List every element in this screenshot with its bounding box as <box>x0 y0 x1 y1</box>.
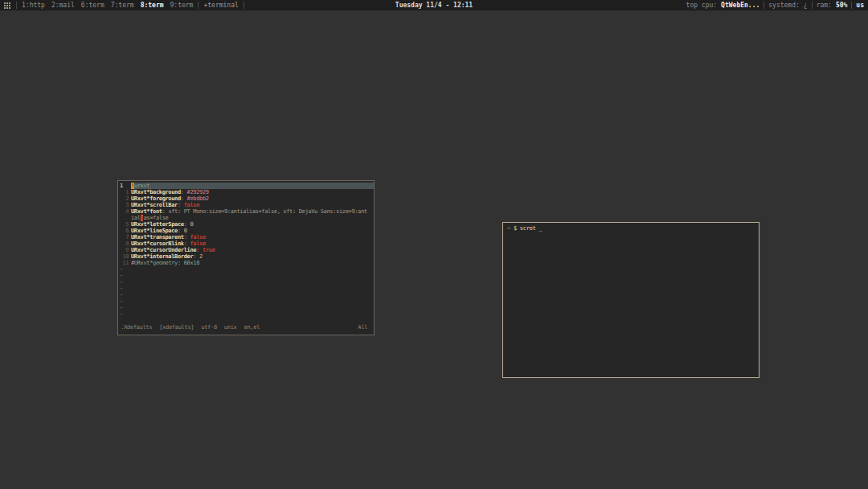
workspace-item-7:term[interactable]: 7:term <box>111 0 134 10</box>
separator <box>198 2 199 9</box>
editor-row: 1!urxvt <box>118 183 374 189</box>
line-number: 1 <box>118 183 131 189</box>
vim-statusline: .Xdefaults [xdefaults] utf-8 unix en,el … <box>121 324 371 331</box>
line-number: 2 <box>118 195 131 202</box>
line-number: 1 <box>118 189 131 195</box>
separator <box>244 2 244 9</box>
editor-row: ~ <box>118 292 374 298</box>
editor-row: 4URxvt*font: xft: PT Mono:size=9:antiali… <box>118 208 374 215</box>
separator <box>851 2 852 9</box>
terminal-cursor: _ <box>538 225 542 232</box>
cpu-value: QtWebEn... <box>721 0 760 10</box>
editor-row: 2URxvt*foreground: #ebdbb2 <box>118 195 374 202</box>
layout-indicator[interactable]: +terminal <box>203 0 238 10</box>
statusline-scroll-position: All <box>358 324 367 331</box>
workspace-item-9:term[interactable]: 9:term <box>170 0 194 10</box>
line-number: 11 <box>118 260 131 266</box>
editor-row: ~ <box>118 266 374 273</box>
line-number: 5 <box>118 221 131 228</box>
statusline-filetype: [xdefaults] <box>159 324 194 331</box>
bar-status-area: top cpu: QtWebEn... systemd: ¿ ram: 50% … <box>686 0 864 10</box>
keyboard-layout-indicator[interactable]: us <box>856 0 864 10</box>
statusline-spell-langs: en,el <box>244 324 260 331</box>
statusline-fileformat: unix <box>224 324 237 331</box>
editor-terminal-window[interactable]: 1!urxvt1URxvt*background: #2929292URxvt*… <box>117 180 375 335</box>
editor-buffer: 1!urxvt1URxvt*background: #2929292URxvt*… <box>118 183 374 318</box>
editor-row: ~ <box>118 286 374 292</box>
line-number: 9 <box>118 247 131 253</box>
line-number: 3 <box>118 202 131 208</box>
shell-terminal-window[interactable]: ~ $ scrot _ <box>502 222 760 378</box>
editor-row: 10URxvt*internalBorder: 2 <box>118 253 374 260</box>
typed-command: scrot <box>520 225 536 232</box>
workspace-list: 1:http2:mail6:term7:term8:term9:term <box>22 0 193 10</box>
workspace-item-1:http[interactable]: 1:http <box>22 0 45 10</box>
systemd-status-icon: ¿ <box>804 0 808 10</box>
editor-row: 3URxvt*scrollBar: false <box>118 202 374 208</box>
prompt-directory: ~ <box>507 225 510 232</box>
editor-row: 5URxvt*letterSpace: 0 <box>118 221 374 228</box>
line-number <box>118 215 131 221</box>
workspace-item-2:mail[interactable]: 2:mail <box>51 0 75 10</box>
editor-row: ~ <box>118 279 374 286</box>
line-number: 7 <box>118 234 131 240</box>
prompt-symbol: $ <box>514 225 517 232</box>
line-number: 8 <box>118 240 131 247</box>
editor-row: 9URxvt*cursorUnderline: true <box>118 247 374 253</box>
statusline-encoding: utf-8 <box>201 324 217 331</box>
editor-row: ~ <box>118 273 374 279</box>
editor-row: ~ <box>118 311 374 318</box>
editor-row: ~ <box>118 305 374 311</box>
ram-label: ram: <box>817 0 832 10</box>
separator <box>16 2 17 9</box>
top-bar: 1:http2:mail6:term7:term8:term9:term +te… <box>0 0 868 10</box>
ram-value: 50% <box>836 0 847 10</box>
editor-row: ialias=false <box>118 215 374 221</box>
editor-row: 11#URxvt*geometry: 60x18 <box>118 260 374 266</box>
apps-grid-icon[interactable] <box>4 2 10 9</box>
vim-editor: 1!urxvt1URxvt*background: #2929292URxvt*… <box>118 181 374 336</box>
shell-prompt-line: ~ $ scrot _ <box>503 223 759 235</box>
line-number: 10 <box>118 253 131 260</box>
editor-row: 1URxvt*background: #292929 <box>118 189 374 195</box>
statusline-filename: .Xdefaults <box>121 324 152 331</box>
systemd-label: systemd: <box>768 0 800 10</box>
workspace-item-6:term[interactable]: 6:term <box>81 0 104 10</box>
editor-row: 8URxvt*cursorBlink: false <box>118 240 374 247</box>
separator <box>812 2 813 9</box>
line-number: 6 <box>118 228 131 234</box>
line-number: 4 <box>118 208 131 215</box>
cpu-label: top cpu: <box>686 0 718 10</box>
editor-row: ~ <box>118 298 374 305</box>
editor-row: 7URxvt*transparent: false <box>118 234 374 240</box>
editor-row: 6URxvt*lineSpace: 0 <box>118 228 374 234</box>
workspace-item-8:term[interactable]: 8:term <box>141 0 164 10</box>
separator <box>764 2 764 9</box>
